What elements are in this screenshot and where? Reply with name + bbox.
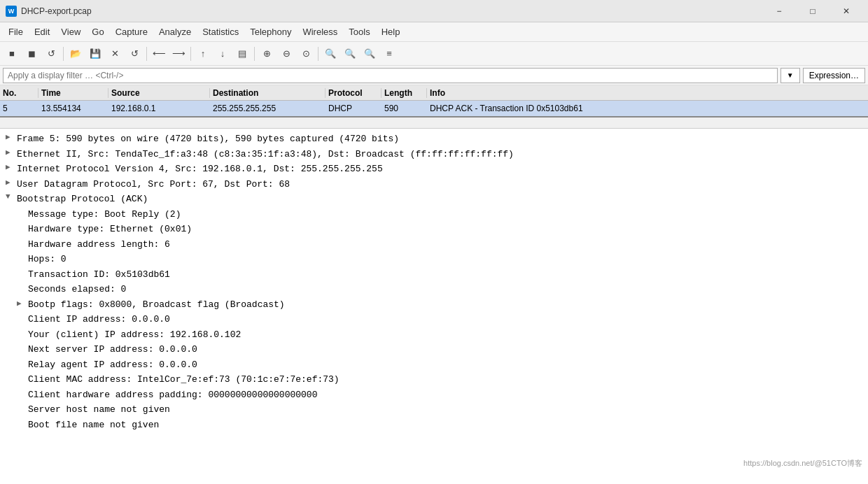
cell-time: 13.554134 [38, 104, 108, 113]
app-icon: W [6, 6, 17, 17]
toolbar-zoom-in[interactable]: ⊕ [258, 45, 276, 63]
bootstrap-field-0[interactable]: Message type: Boot Reply (2) [0, 207, 868, 222]
divider[interactable] [0, 118, 868, 129]
menu-statistics[interactable]: Statistics [197, 24, 244, 39]
header-time: Time [38, 88, 108, 98]
bootstrap-field-label-0: Message type: Boot Reply (2) [28, 209, 181, 220]
bootstrap-arrow: ▼ [6, 192, 17, 201]
detail-frame[interactable]: ▶ Frame 5: 590 bytes on wire (4720 bits)… [0, 131, 868, 147]
packet-list: No. Time Source Destination Protocol Len… [0, 85, 868, 118]
cell-source: 192.168.0.1 [108, 104, 210, 113]
bootstrap-field-1[interactable]: Hardware type: Ethernet (0x01) [0, 222, 868, 237]
bootstrap-field-2[interactable]: Hardware address length: 6 [0, 237, 868, 252]
bootstrap-field-label-9: Next server IP address: 0.0.0.0 [28, 344, 197, 355]
bootstrap-field-9[interactable]: Next server IP address: 0.0.0.0 [0, 342, 868, 357]
bootstrap-field-label-8: Your (client) IP address: 192.168.0.102 [28, 329, 241, 340]
bootstrap-field-label-1: Hardware type: Ethernet (0x01) [28, 224, 192, 234]
detail-udp[interactable]: ▶ User Datagram Protocol, Src Port: 67, … [0, 177, 868, 192]
toolbar-magnify[interactable]: 🔍 [321, 45, 340, 63]
bootstrap-fields: Message type: Boot Reply (2)Hardware typ… [0, 207, 868, 433]
bootstrap-field-label-12: Client hardware address padding: 0000000… [28, 390, 317, 400]
bootstrap-field-label-3: Hops: 0 [28, 254, 66, 264]
header-no: No. [0, 88, 38, 98]
menu-telephony[interactable]: Telephony [244, 24, 297, 39]
ip-label: Internet Protocol Version 4, Src: 192.16… [17, 162, 862, 176]
toolbar-magnify2[interactable]: 🔍 [341, 45, 359, 63]
bootstrap-field-label-13: Server host name not given [28, 404, 170, 415]
bootstrap-field-6[interactable]: ▶Bootp flags: 0x8000, Broadcast flag (Br… [0, 297, 868, 313]
toolbar-filter-down[interactable]: ↓ [214, 45, 232, 63]
filter-input[interactable] [3, 68, 778, 83]
menu-help[interactable]: Help [376, 24, 406, 39]
cell-info: DHCP ACK - Transaction ID 0x5103db61 [427, 104, 868, 113]
menu-view[interactable]: View [55, 24, 86, 39]
bootstrap-field-4[interactable]: Transaction ID: 0x5103db61 [0, 267, 868, 283]
menu-edit[interactable]: Edit [29, 24, 55, 39]
bootstrap-field-13[interactable]: Server host name not given [0, 402, 868, 418]
toolbar-colorize[interactable]: ▤ [233, 45, 251, 63]
filter-dropdown[interactable]: ▼ [780, 68, 800, 83]
toolbar-close[interactable]: ✕ [106, 45, 124, 63]
bootstrap-field-10[interactable]: Relay agent IP address: 0.0.0.0 [0, 357, 868, 373]
bootstrap-field-5[interactable]: Seconds elapsed: 0 [0, 282, 868, 297]
header-source: Source [108, 88, 210, 98]
menu-capture[interactable]: Capture [110, 24, 153, 39]
toolbar-reload[interactable]: ↺ [125, 45, 144, 63]
header-info: Info [427, 88, 868, 98]
toolbar-filter-up[interactable]: ↑ [194, 45, 212, 63]
udp-arrow: ▶ [6, 178, 17, 187]
bootstrap-field-3[interactable]: Hops: 0 [0, 252, 868, 267]
expression-button[interactable]: Expression… [803, 68, 865, 83]
bootstrap-field-8[interactable]: Your (client) IP address: 192.168.0.102 [0, 327, 868, 343]
toolbar-restart[interactable]: ↺ [42, 45, 60, 63]
toolbar-zoom-out[interactable]: ⊖ [277, 45, 295, 63]
udp-label: User Datagram Protocol, Src Port: 67, Ds… [17, 178, 862, 192]
toolbar-start[interactable]: ■ [3, 45, 21, 63]
bootstrap-field-14[interactable]: Boot file name not given [0, 418, 868, 433]
toolbar-magnify3[interactable]: 🔍 [360, 45, 379, 63]
cell-protocol: DHCP [326, 104, 382, 113]
menu-file[interactable]: File [3, 24, 29, 39]
bootstrap-field-arrow-6: ▶ [17, 298, 28, 312]
packet-list-header: No. Time Source Destination Protocol Len… [0, 85, 868, 101]
minimize-button[interactable]: − [763, 0, 795, 22]
title-bar: W DHCP-export.pcap − □ ✕ [0, 0, 868, 22]
bootstrap-field-label-7: Client IP address: 0.0.0.0 [28, 314, 170, 325]
toolbar-save[interactable]: 💾 [86, 45, 104, 63]
maximize-button[interactable]: □ [797, 0, 829, 22]
ethernet-arrow: ▶ [6, 148, 17, 157]
toolbar-columns[interactable]: ≡ [380, 45, 398, 63]
main-content: No. Time Source Destination Protocol Len… [0, 85, 868, 484]
bootstrap-field-7[interactable]: Client IP address: 0.0.0.0 [0, 312, 868, 327]
menu-tools[interactable]: Tools [343, 24, 375, 39]
toolbar-stop[interactable]: ◼ [22, 45, 41, 63]
bootstrap-field-12[interactable]: Client hardware address padding: 0000000… [0, 387, 868, 403]
window-controls: − □ ✕ [763, 0, 862, 22]
watermark: https://blog.csdn.net/@51CTO博客 [743, 458, 862, 469]
toolbar-open[interactable]: 📂 [66, 45, 85, 63]
toolbar-forward[interactable]: ⟶ [169, 45, 188, 63]
bootstrap-field-label-11: Client MAC address: IntelCor_7e:ef:73 (7… [28, 374, 340, 385]
detail-ip[interactable]: ▶ Internet Protocol Version 4, Src: 192.… [0, 162, 868, 177]
bootstrap-label: Bootstrap Protocol (ACK) [17, 192, 862, 206]
packet-row[interactable]: 5 13.554134 192.168.0.1 255.255.255.255 … [0, 101, 868, 116]
cell-length: 590 [382, 104, 427, 113]
ip-arrow: ▶ [6, 162, 17, 171]
toolbar-zoom-reset[interactable]: ⊙ [297, 45, 315, 63]
bootstrap-field-label-6: Bootp flags: 0x8000, Broadcast flag (Bro… [28, 298, 285, 312]
close-button[interactable]: ✕ [830, 0, 862, 22]
menu-analyze[interactable]: Analyze [153, 24, 197, 39]
frame-arrow: ▶ [6, 132, 17, 141]
menu-wireless[interactable]: Wireless [297, 24, 343, 39]
toolbar-back[interactable]: ⟵ [150, 45, 168, 63]
bootstrap-field-label-5: Seconds elapsed: 0 [28, 284, 126, 294]
bootstrap-field-11[interactable]: Client MAC address: IntelCor_7e:ef:73 (7… [0, 372, 868, 387]
menu-bar: File Edit View Go Capture Analyze Statis… [0, 22, 868, 42]
cell-no: 5 [0, 104, 38, 113]
detail-bootstrap[interactable]: ▼ Bootstrap Protocol (ACK) [0, 192, 868, 207]
filter-bar: ▼ Expression… [0, 66, 868, 85]
cell-destination: 255.255.255.255 [210, 104, 326, 113]
detail-ethernet[interactable]: ▶ Ethernet II, Src: TendaTec_1f:a3:48 (c… [0, 147, 868, 162]
ethernet-label: Ethernet II, Src: TendaTec_1f:a3:48 (c8:… [17, 148, 862, 162]
menu-go[interactable]: Go [86, 24, 109, 39]
